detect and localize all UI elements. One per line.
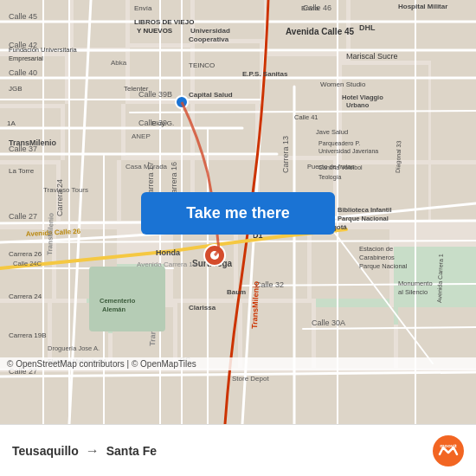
svg-text:Droguería Jose A.: Droguería Jose A. (48, 344, 100, 352)
svg-text:al Silencio: al Silencio (398, 288, 428, 296)
svg-text:Calle 41: Calle 41 (294, 113, 318, 121)
svg-text:Cooperativa: Cooperativa (189, 35, 229, 43)
svg-text:Biblioteca Infantil: Biblioteca Infantil (338, 206, 392, 214)
svg-text:Teología: Teología (318, 174, 342, 181)
svg-text:Carrera 19B: Carrera 19B (9, 331, 47, 339)
route-arrow-icon: → (86, 443, 100, 459)
svg-text:Alemán: Alemán (102, 306, 126, 313)
svg-text:Y NUEVOS: Y NUEVOS (137, 27, 173, 35)
svg-text:Carrera 24: Carrera 24 (9, 293, 42, 300)
svg-text:Parque Nacional: Parque Nacional (359, 262, 408, 270)
svg-point-156 (433, 435, 464, 466)
svg-text:Envía: Envía (301, 4, 319, 12)
svg-text:Baum: Baum (227, 288, 246, 296)
destination-label: Santa Fe (106, 444, 157, 458)
svg-text:Carrera 13: Carrera 13 (281, 136, 290, 173)
svg-text:Fundación Universitaria: Fundación Universitaria (9, 46, 78, 54)
moovit-icon: moovit (433, 435, 464, 466)
svg-text:Jave Salud: Jave Salud (316, 128, 348, 136)
svg-text:Telenter: Telenter (124, 85, 149, 93)
route-info: Teusaquillo → Santa Fe (12, 443, 433, 459)
footer: Teusaquillo → Santa Fe moovit (0, 424, 476, 476)
svg-text:Calle 27: Calle 27 (9, 212, 37, 221)
copyright-bar: © OpenStreetMap contributors | © OpenMap… (0, 357, 476, 370)
svg-rect-20 (431, 108, 476, 160)
svg-text:TransMilenio: TransMilenio (250, 280, 261, 329)
take-me-there-button[interactable]: Take me there (141, 192, 335, 235)
svg-text:Abka: Abka (111, 59, 127, 67)
svg-rect-7 (0, 56, 65, 104)
svg-text:Store Depot: Store Depot (232, 375, 269, 383)
svg-text:La Torre: La Torre (9, 167, 35, 175)
svg-text:Universidad: Universidad (190, 27, 230, 35)
svg-text:ANEP: ANEP (132, 132, 151, 140)
svg-rect-2 (74, 0, 125, 48)
moovit-logo: moovit (433, 435, 464, 466)
svg-text:E.P.S. Sanitas: E.P.S. Sanitas (242, 70, 288, 78)
svg-text:Hospital Militar: Hospital Militar (398, 3, 447, 10)
svg-text:Parqueadero P.: Parqueadero P. (318, 140, 360, 147)
svg-text:Capital Salud: Capital Salud (189, 91, 233, 99)
svg-text:Women Studio: Women Studio (320, 80, 366, 88)
svg-text:Monumento: Monumento (398, 280, 433, 287)
svg-rect-13 (431, 56, 476, 108)
svg-text:Calle 30A: Calle 30A (312, 318, 345, 327)
svg-text:Calle 40: Calle 40 (9, 68, 37, 77)
svg-text:Parque Nacional: Parque Nacional (338, 215, 389, 222)
svg-text:Envía: Envía (134, 4, 152, 12)
svg-text:Estacion de: Estacion de (359, 245, 393, 253)
svg-text:Eloy G.: Eloy G. (151, 119, 174, 127)
svg-text:Hotel Viaggio: Hotel Viaggio (342, 93, 383, 101)
origin-label: Teusaquillo (12, 444, 79, 458)
svg-text:Universidad Javeriana: Universidad Javeriana (318, 148, 378, 154)
svg-rect-27 (431, 164, 476, 221)
svg-rect-15 (65, 104, 121, 160)
svg-text:Casa Morada: Casa Morada (125, 163, 168, 170)
map-container: Calle 45 Calle 42 Calle 40 Calle 39B Cal… (0, 0, 476, 424)
svg-text:Mariscal Sucre: Mariscal Sucre (346, 52, 398, 61)
svg-text:TransMilenio: TransMilenio (46, 213, 55, 255)
svg-text:JGB: JGB (9, 85, 23, 93)
svg-text:Carrera 24: Carrera 24 (55, 179, 64, 216)
svg-text:Travieso Tours: Travieso Tours (43, 186, 88, 194)
svg-text:TEINCO: TEINCO (189, 61, 215, 69)
svg-text:Carrera 26: Carrera 26 (9, 250, 42, 258)
svg-text:1A: 1A (7, 119, 16, 127)
cta-button-label: Take me there (186, 204, 290, 222)
svg-text:Calle 45: Calle 45 (9, 12, 37, 21)
svg-text:Carabineros: Carabineros (359, 254, 395, 261)
svg-text:Cementerio: Cementerio (100, 297, 136, 305)
svg-text:DHL: DHL (359, 23, 376, 32)
svg-text:TransMilenio: TransMilenio (9, 138, 57, 147)
svg-text:Calle 24C: Calle 24C (13, 260, 42, 267)
svg-text:Honda: Honda (156, 248, 181, 257)
svg-text:Avenida Calle 45: Avenida Calle 45 (286, 27, 355, 36)
svg-text:Clarissa: Clarissa (189, 304, 216, 312)
svg-text:LIBROS DE VIEJO: LIBROS DE VIEJO (134, 18, 194, 26)
svg-text:Empresarial: Empresarial (9, 55, 43, 62)
svg-text:Cancha Volelbol: Cancha Volelbol (318, 164, 363, 170)
copyright-text: © OpenStreetMap contributors | © OpenMap… (7, 359, 196, 369)
svg-text:Urbano: Urbano (346, 101, 370, 109)
